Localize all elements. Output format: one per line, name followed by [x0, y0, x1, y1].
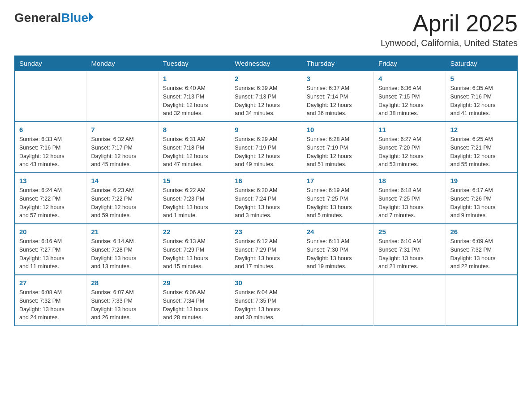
calendar-cell: 21Sunrise: 6:14 AM Sunset: 7:28 PM Dayli… [86, 224, 158, 275]
day-info: Sunrise: 6:36 AM Sunset: 7:15 PM Dayligh… [378, 84, 441, 118]
day-number: 13 [19, 177, 82, 184]
day-info: Sunrise: 6:32 AM Sunset: 7:17 PM Dayligh… [91, 135, 153, 169]
day-info: Sunrise: 6:33 AM Sunset: 7:16 PM Dayligh… [19, 135, 82, 169]
day-number: 21 [91, 228, 153, 235]
logo-blue-part: Blue [61, 11, 94, 25]
calendar-cell: 6Sunrise: 6:33 AM Sunset: 7:16 PM Daylig… [15, 122, 86, 173]
day-number: 15 [163, 177, 225, 184]
weekday-header-tuesday: Tuesday [158, 56, 230, 71]
calendar-cell: 2Sunrise: 6:39 AM Sunset: 7:13 PM Daylig… [230, 71, 302, 122]
calendar-cell [15, 71, 86, 122]
logo-general-text: General [14, 11, 61, 25]
calendar-cell: 9Sunrise: 6:29 AM Sunset: 7:19 PM Daylig… [230, 122, 302, 173]
title-block: April 2025 Lynwood, California, United S… [381, 11, 518, 48]
day-info: Sunrise: 6:10 AM Sunset: 7:31 PM Dayligh… [378, 237, 441, 271]
day-number: 27 [19, 279, 82, 287]
calendar-cell: 14Sunrise: 6:23 AM Sunset: 7:22 PM Dayli… [86, 173, 158, 224]
day-info: Sunrise: 6:37 AM Sunset: 7:14 PM Dayligh… [307, 84, 369, 118]
day-number: 3 [307, 75, 369, 82]
calendar-table: SundayMondayTuesdayWednesdayThursdayFrid… [14, 56, 518, 326]
calendar-cell [446, 275, 517, 326]
day-number: 6 [19, 126, 82, 133]
calendar-cell: 12Sunrise: 6:25 AM Sunset: 7:21 PM Dayli… [446, 122, 517, 173]
day-number: 29 [163, 279, 225, 287]
day-info: Sunrise: 6:29 AM Sunset: 7:19 PM Dayligh… [235, 135, 297, 169]
day-info: Sunrise: 6:39 AM Sunset: 7:13 PM Dayligh… [235, 84, 297, 118]
page-title: April 2025 [381, 11, 518, 36]
day-info: Sunrise: 6:28 AM Sunset: 7:19 PM Dayligh… [307, 135, 369, 169]
logo: General Blue [14, 11, 94, 25]
day-number: 4 [378, 75, 441, 82]
day-info: Sunrise: 6:16 AM Sunset: 7:27 PM Dayligh… [19, 237, 82, 271]
calendar-week-row: 20Sunrise: 6:16 AM Sunset: 7:27 PM Dayli… [15, 224, 518, 275]
calendar-cell: 4Sunrise: 6:36 AM Sunset: 7:15 PM Daylig… [374, 71, 446, 122]
day-number: 20 [19, 228, 82, 235]
day-number: 17 [307, 177, 369, 184]
day-number: 11 [378, 126, 441, 133]
day-info: Sunrise: 6:13 AM Sunset: 7:29 PM Dayligh… [163, 237, 225, 271]
calendar-cell: 26Sunrise: 6:09 AM Sunset: 7:32 PM Dayli… [446, 224, 517, 275]
day-info: Sunrise: 6:08 AM Sunset: 7:32 PM Dayligh… [19, 288, 82, 322]
day-number: 19 [450, 177, 513, 184]
page-header: General Blue April 2025 Lynwood, Califor… [14, 11, 518, 48]
calendar-cell: 11Sunrise: 6:27 AM Sunset: 7:20 PM Dayli… [374, 122, 446, 173]
location-subtitle: Lynwood, California, United States [381, 38, 518, 48]
calendar-cell: 28Sunrise: 6:07 AM Sunset: 7:33 PM Dayli… [86, 275, 158, 326]
weekday-header-monday: Monday [86, 56, 158, 71]
calendar-cell: 23Sunrise: 6:12 AM Sunset: 7:29 PM Dayli… [230, 224, 302, 275]
day-number: 24 [307, 228, 369, 235]
day-number: 25 [378, 228, 441, 235]
day-info: Sunrise: 6:22 AM Sunset: 7:23 PM Dayligh… [163, 186, 225, 220]
logo-arrow-icon [89, 13, 94, 21]
calendar-cell: 29Sunrise: 6:06 AM Sunset: 7:34 PM Dayli… [158, 275, 230, 326]
day-number: 18 [378, 177, 441, 184]
calendar-cell: 15Sunrise: 6:22 AM Sunset: 7:23 PM Dayli… [158, 173, 230, 224]
calendar-week-row: 1Sunrise: 6:40 AM Sunset: 7:13 PM Daylig… [15, 71, 518, 122]
calendar-cell: 1Sunrise: 6:40 AM Sunset: 7:13 PM Daylig… [158, 71, 230, 122]
calendar-week-row: 6Sunrise: 6:33 AM Sunset: 7:16 PM Daylig… [15, 122, 518, 173]
calendar-cell: 20Sunrise: 6:16 AM Sunset: 7:27 PM Dayli… [15, 224, 86, 275]
day-info: Sunrise: 6:27 AM Sunset: 7:20 PM Dayligh… [378, 135, 441, 169]
calendar-cell: 16Sunrise: 6:20 AM Sunset: 7:24 PM Dayli… [230, 173, 302, 224]
calendar-cell: 27Sunrise: 6:08 AM Sunset: 7:32 PM Dayli… [15, 275, 86, 326]
weekday-header-saturday: Saturday [446, 56, 517, 71]
calendar-header-row: SundayMondayTuesdayWednesdayThursdayFrid… [15, 56, 518, 71]
calendar-cell: 24Sunrise: 6:11 AM Sunset: 7:30 PM Dayli… [302, 224, 373, 275]
day-number: 1 [163, 75, 225, 82]
calendar-cell: 10Sunrise: 6:28 AM Sunset: 7:19 PM Dayli… [302, 122, 373, 173]
calendar-cell [374, 275, 446, 326]
calendar-cell: 7Sunrise: 6:32 AM Sunset: 7:17 PM Daylig… [86, 122, 158, 173]
day-info: Sunrise: 6:06 AM Sunset: 7:34 PM Dayligh… [163, 288, 225, 322]
weekday-header-wednesday: Wednesday [230, 56, 302, 71]
day-number: 22 [163, 228, 225, 235]
calendar-cell [86, 71, 158, 122]
calendar-week-row: 27Sunrise: 6:08 AM Sunset: 7:32 PM Dayli… [15, 275, 518, 326]
calendar-cell: 22Sunrise: 6:13 AM Sunset: 7:29 PM Dayli… [158, 224, 230, 275]
day-number: 16 [235, 177, 297, 184]
calendar-cell: 13Sunrise: 6:24 AM Sunset: 7:22 PM Dayli… [15, 173, 86, 224]
calendar-cell [302, 275, 373, 326]
day-info: Sunrise: 6:14 AM Sunset: 7:28 PM Dayligh… [91, 237, 153, 271]
day-number: 23 [235, 228, 297, 235]
day-number: 7 [91, 126, 153, 133]
day-info: Sunrise: 6:09 AM Sunset: 7:32 PM Dayligh… [450, 237, 513, 271]
calendar-cell: 8Sunrise: 6:31 AM Sunset: 7:18 PM Daylig… [158, 122, 230, 173]
calendar-cell: 17Sunrise: 6:19 AM Sunset: 7:25 PM Dayli… [302, 173, 373, 224]
day-number: 14 [91, 177, 153, 184]
day-number: 8 [163, 126, 225, 133]
day-info: Sunrise: 6:23 AM Sunset: 7:22 PM Dayligh… [91, 186, 153, 220]
calendar-cell: 3Sunrise: 6:37 AM Sunset: 7:14 PM Daylig… [302, 71, 373, 122]
day-info: Sunrise: 6:18 AM Sunset: 7:25 PM Dayligh… [378, 186, 441, 220]
weekday-header-sunday: Sunday [15, 56, 86, 71]
day-number: 5 [450, 75, 513, 82]
day-number: 9 [235, 126, 297, 133]
logo-blue-text: Blue [61, 11, 88, 25]
day-info: Sunrise: 6:17 AM Sunset: 7:26 PM Dayligh… [450, 186, 513, 220]
day-info: Sunrise: 6:40 AM Sunset: 7:13 PM Dayligh… [163, 84, 225, 118]
day-info: Sunrise: 6:31 AM Sunset: 7:18 PM Dayligh… [163, 135, 225, 169]
day-info: Sunrise: 6:07 AM Sunset: 7:33 PM Dayligh… [91, 288, 153, 322]
day-info: Sunrise: 6:12 AM Sunset: 7:29 PM Dayligh… [235, 237, 297, 271]
day-info: Sunrise: 6:11 AM Sunset: 7:30 PM Dayligh… [307, 237, 369, 271]
day-info: Sunrise: 6:19 AM Sunset: 7:25 PM Dayligh… [307, 186, 369, 220]
calendar-week-row: 13Sunrise: 6:24 AM Sunset: 7:22 PM Dayli… [15, 173, 518, 224]
